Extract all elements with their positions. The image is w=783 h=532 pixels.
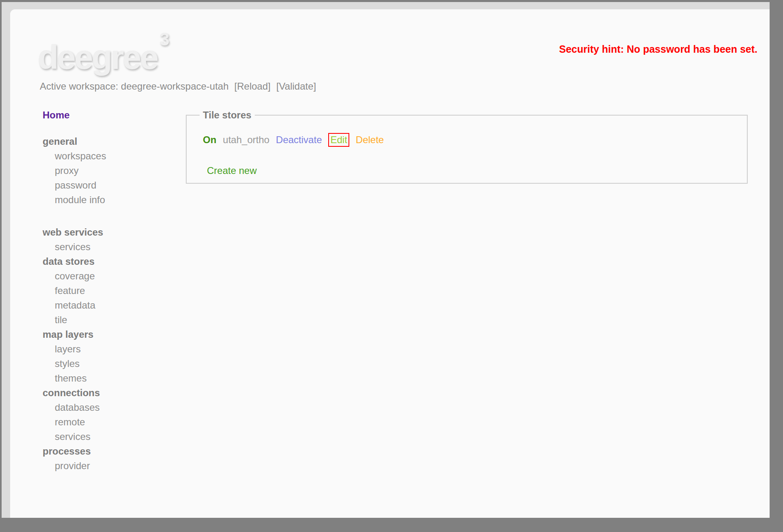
deactivate-link[interactable]: Deactivate — [276, 134, 322, 146]
sidebar-item-styles[interactable]: styles — [43, 356, 176, 371]
delete-link[interactable]: Delete — [356, 134, 384, 146]
store-status-on: On — [203, 134, 216, 146]
tile-store-row: On utah_ortho Deactivate Edit Delete — [203, 133, 384, 147]
page-background: deegree3 Security hint: No password has … — [2, 2, 770, 518]
sidebar-item-workspaces[interactable]: workspaces — [43, 149, 176, 163]
sidebar-header-processes: processes — [43, 444, 176, 459]
sidebar-item-coverage[interactable]: coverage — [43, 269, 176, 283]
reload-link[interactable]: [Reload] — [234, 81, 271, 92]
sidebar-item-themes[interactable]: themes — [43, 371, 176, 386]
sidebar-item-feature[interactable]: feature — [43, 283, 176, 298]
sidebar-header-data-stores: data stores — [43, 254, 176, 269]
sidebar-header-general: general — [43, 134, 176, 149]
sidebar-header-connections: connections — [43, 386, 176, 400]
sidebar-item-services[interactable]: services — [43, 240, 176, 254]
sidebar-header-map-layers: map layers — [43, 327, 176, 342]
logo-version-sup: 3 — [159, 29, 169, 49]
logo-text: deegree — [38, 38, 157, 76]
sidebar-item-home[interactable]: Home — [43, 108, 176, 122]
tile-stores-panel: Tile stores On utah_ortho Deactivate Edi… — [186, 115, 748, 184]
sidebar-item-module-info[interactable]: module info — [43, 193, 176, 207]
active-workspace-line: Active workspace: deegree-workspace-utah… — [40, 81, 316, 92]
sidebar-group-general: general workspaces proxy password module… — [43, 134, 176, 207]
store-name: utah_ortho — [223, 134, 269, 146]
sidebar-item-tile[interactable]: tile — [43, 313, 176, 327]
sidebar-item-proxy[interactable]: proxy — [43, 163, 176, 178]
sidebar-item-remote[interactable]: remote — [43, 415, 176, 429]
sidebar-item-provider[interactable]: provider — [43, 459, 176, 473]
active-workspace-label: Active workspace: deegree-workspace-utah — [40, 81, 229, 92]
tile-stores-legend: Tile stores — [200, 109, 255, 121]
deegree-logo: deegree3 — [38, 30, 170, 74]
sidebar-item-password[interactable]: password — [43, 178, 176, 193]
edit-link[interactable]: Edit — [328, 133, 349, 147]
sidebar-groups-services: web services services data stores covera… — [43, 225, 176, 473]
sidebar-item-metadata[interactable]: metadata — [43, 298, 176, 313]
security-hint-text: Security hint: No password has been set. — [559, 43, 757, 55]
sidebar-menu: Home general workspaces proxy password m… — [43, 108, 176, 473]
sidebar-header-web-services: web services — [43, 225, 176, 240]
create-new-link[interactable]: Create new — [207, 165, 257, 176]
sidebar-item-layers[interactable]: layers — [43, 342, 176, 356]
sidebar-item-connection-services[interactable]: services — [43, 429, 176, 444]
validate-link[interactable]: [Validate] — [276, 81, 316, 92]
console-panel: deegree3 Security hint: No password has … — [10, 9, 770, 518]
sidebar-item-databases[interactable]: databases — [43, 400, 176, 415]
